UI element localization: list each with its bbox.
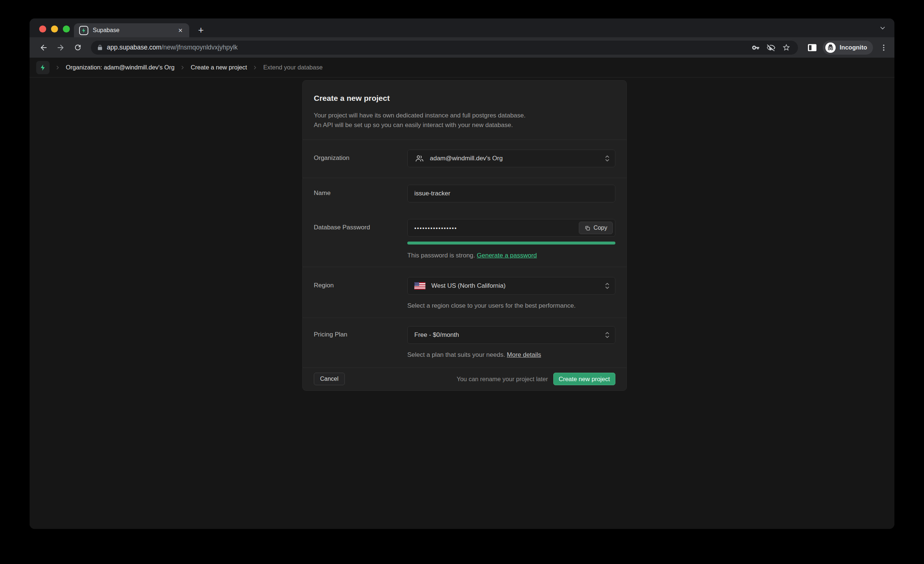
name-password-section: Name Database Password Copy — [303, 178, 627, 267]
region-value: West US (North California) — [431, 282, 506, 290]
pricing-section: Pricing Plan Free - $0/month Select a pl… — [303, 318, 627, 368]
page-title: Create a new project — [314, 94, 615, 103]
pricing-helper-message: Select a plan that suits your needs. — [407, 351, 505, 358]
organization-select[interactable]: adam@windmill.dev's Org — [407, 150, 615, 167]
omnibox-action-icons — [752, 43, 792, 52]
region-select[interactable]: West US (North California) — [407, 277, 615, 295]
lock-icon — [97, 44, 103, 51]
password-strength-text: This password is strong. Generate a pass… — [407, 252, 615, 259]
password-strength-bar — [407, 242, 615, 244]
incognito-spy-icon — [825, 42, 836, 53]
supabase-page: Organization: adam@windmill.dev's Org Cr… — [30, 58, 894, 529]
card-description-line1: Your project will have its own dedicated… — [314, 111, 615, 120]
browser-window: Supabase × + app.supabase.com/new/jfnsmq… — [30, 18, 894, 529]
select-chevrons-icon — [604, 282, 610, 290]
address-bar[interactable]: app.supabase.com/new/jfnsmqoynldvxjyhpyl… — [91, 40, 798, 55]
generate-password-link[interactable]: Generate a password — [477, 252, 537, 259]
region-helper-text: Select a region close to your users for … — [407, 302, 615, 310]
pricing-plan-label: Pricing Plan — [314, 326, 407, 359]
chevron-right-icon — [180, 64, 186, 70]
new-tab-button[interactable]: + — [196, 25, 206, 35]
tab-strip: Supabase × + — [30, 18, 894, 37]
more-details-link[interactable]: More details — [507, 351, 541, 358]
maximize-window-button[interactable] — [63, 25, 70, 33]
breadcrumb: Organization: adam@windmill.dev's Org Cr… — [30, 58, 894, 78]
card-header: Create a new project Your project will h… — [303, 81, 627, 140]
browser-toolbar: app.supabase.com/new/jfnsmqoynldvxjyhpyl… — [30, 37, 894, 58]
breadcrumb-extend-database: Extend your database — [263, 64, 322, 71]
side-panel-icon[interactable] — [808, 43, 817, 52]
strength-message: This password is strong. — [407, 252, 475, 259]
create-new-project-button[interactable]: Create new project — [553, 373, 616, 385]
supabase-logo-icon[interactable] — [36, 61, 50, 74]
select-chevrons-icon — [604, 154, 610, 163]
breadcrumb-organization[interactable]: Organization: adam@windmill.dev's Org — [66, 64, 174, 71]
organization-section: Organization adam@windmill.dev's Org — [303, 140, 627, 178]
pricing-helper-text: Select a plan that suits your needs. Mor… — [407, 351, 615, 359]
password-key-icon[interactable] — [752, 43, 760, 52]
name-label: Name — [314, 185, 407, 202]
incognito-label: Incognito — [840, 44, 867, 51]
url-path: /new/jfnsmqoynldvxjyhpylk — [162, 43, 238, 51]
url-text[interactable]: app.supabase.com/new/jfnsmqoynldvxjyhpyl… — [107, 43, 748, 51]
create-project-card: Create a new project Your project will h… — [302, 80, 627, 391]
cancel-button[interactable]: Cancel — [314, 373, 345, 385]
organization-value: adam@windmill.dev's Org — [430, 155, 502, 162]
copy-icon — [584, 225, 591, 231]
reload-button[interactable] — [70, 40, 85, 55]
tab-close-icon[interactable]: × — [177, 26, 184, 35]
incognito-badge[interactable]: Incognito — [823, 40, 873, 55]
chevron-right-icon — [55, 64, 61, 70]
region-section: Region West US (North California) Select… — [303, 267, 627, 318]
breadcrumb-create-project[interactable]: Create a new project — [191, 64, 247, 71]
pricing-plan-select[interactable]: Free - $0/month — [407, 326, 615, 344]
eye-off-icon[interactable] — [766, 43, 776, 52]
us-flag-icon — [414, 282, 425, 290]
card-description-line2: An API will be set up so you can easily … — [314, 120, 615, 130]
tab-search-chevron-icon[interactable] — [879, 24, 886, 32]
copy-password-button[interactable]: Copy — [579, 221, 613, 234]
database-password-label: Database Password — [314, 219, 407, 259]
url-domain: app.supabase.com — [107, 43, 162, 51]
project-name-input[interactable] — [407, 185, 615, 202]
organization-label: Organization — [314, 150, 407, 167]
tab-title: Supabase — [93, 27, 172, 34]
people-icon — [414, 154, 424, 163]
card-footer: Cancel You can rename your project later… — [303, 368, 627, 390]
pricing-plan-value: Free - $0/month — [414, 331, 459, 339]
bookmark-star-icon[interactable] — [782, 43, 790, 52]
select-chevrons-icon — [604, 331, 610, 339]
window-controls — [39, 25, 70, 33]
supabase-favicon-icon — [79, 26, 88, 35]
rename-note: You can rename your project later — [456, 376, 548, 383]
back-button[interactable] — [36, 40, 51, 55]
copy-button-label: Copy — [594, 224, 607, 231]
forward-button[interactable] — [53, 40, 68, 55]
browser-tab-supabase[interactable]: Supabase × — [74, 23, 189, 37]
chevron-right-icon — [252, 64, 258, 70]
close-window-button[interactable] — [39, 25, 46, 33]
minimize-window-button[interactable] — [51, 25, 58, 33]
browser-menu-icon[interactable] — [880, 43, 888, 52]
region-label: Region — [314, 277, 407, 310]
